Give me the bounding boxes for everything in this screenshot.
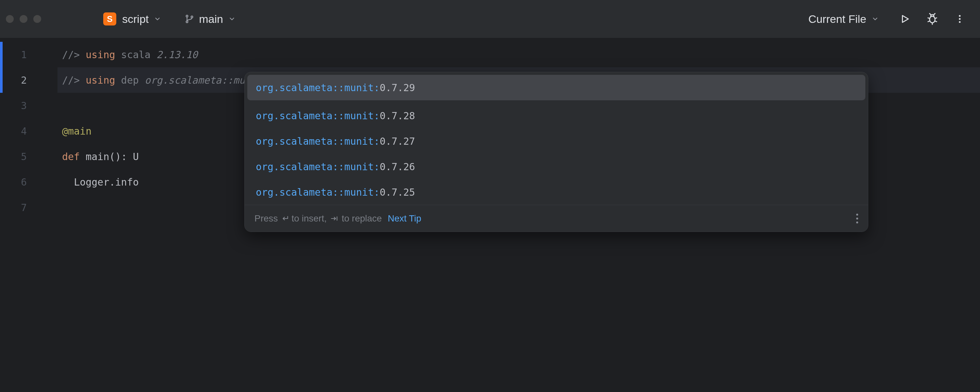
text: : bbox=[121, 151, 133, 163]
svg-point-4 bbox=[959, 15, 960, 17]
more-actions-button[interactable] bbox=[949, 8, 970, 29]
svg-point-3 bbox=[930, 16, 935, 23]
line-number[interactable]: 1 bbox=[0, 42, 57, 67]
code-line[interactable]: //> using scala 2.13.10 bbox=[57, 42, 980, 67]
completion-package: org.scalameta::munit: bbox=[256, 82, 380, 93]
window-minimize-button[interactable] bbox=[20, 15, 27, 23]
completion-item[interactable]: org.scalameta::munit:0.7.27 bbox=[245, 128, 868, 154]
code-editor[interactable]: 1 2 3 4 5 6 7 //> using scala 2.13.10 //… bbox=[0, 38, 980, 392]
tab-key-icon bbox=[329, 214, 339, 223]
run-config-selector[interactable]: Current File bbox=[808, 13, 879, 25]
fn-name: main() bbox=[80, 151, 121, 163]
footer-text: to insert, bbox=[292, 213, 327, 224]
completion-item[interactable]: org.scalameta::munit:0.7.26 bbox=[245, 154, 868, 179]
type-name: U bbox=[133, 151, 139, 163]
enter-key-icon bbox=[281, 214, 289, 223]
annotation: @main bbox=[62, 126, 91, 137]
text: scala bbox=[115, 49, 156, 61]
file-selector[interactable]: S script bbox=[103, 13, 161, 25]
debug-button[interactable] bbox=[922, 8, 943, 29]
keyword: using bbox=[86, 75, 115, 86]
completion-item[interactable]: org.scalameta::munit:0.7.29 bbox=[247, 75, 865, 100]
completion-popup: org.scalameta::munit:0.7.29 org.scalamet… bbox=[244, 72, 868, 232]
line-number[interactable]: 2 bbox=[0, 67, 57, 93]
indent bbox=[62, 177, 74, 188]
line-number[interactable]: 5 bbox=[0, 144, 57, 169]
gutter: 1 2 3 4 5 6 7 bbox=[0, 38, 57, 392]
completion-version: 0.7.28 bbox=[380, 110, 415, 121]
chevron-down-icon bbox=[154, 15, 161, 22]
scala-file-icon: S bbox=[103, 13, 116, 25]
window-controls bbox=[6, 15, 41, 23]
scala-version: 2.13.10 bbox=[156, 49, 197, 61]
line-number[interactable]: 3 bbox=[0, 93, 57, 118]
completion-version: 0.7.29 bbox=[380, 82, 415, 93]
chevron-down-icon bbox=[228, 15, 235, 22]
line-number[interactable]: 7 bbox=[0, 195, 57, 220]
completion-version: 0.7.25 bbox=[380, 186, 415, 198]
completion-footer: Press to insert, to replace Next Tip bbox=[245, 205, 868, 232]
toolbar: S script main Current File bbox=[0, 0, 980, 38]
completion-item[interactable]: org.scalameta::munit:0.7.25 bbox=[245, 179, 868, 205]
branch-selector[interactable]: main bbox=[185, 13, 235, 25]
file-name-label: script bbox=[122, 13, 149, 25]
completion-package: org.scalameta::munit: bbox=[256, 161, 380, 172]
directive-prefix: //> bbox=[62, 75, 86, 86]
completion-version: 0.7.27 bbox=[380, 135, 415, 147]
completion-item[interactable]: org.scalameta::munit:0.7.28 bbox=[245, 103, 868, 128]
footer-text: Press bbox=[255, 213, 278, 224]
completion-more-button[interactable] bbox=[856, 214, 858, 223]
next-tip-link[interactable]: Next Tip bbox=[388, 213, 422, 224]
window-zoom-button[interactable] bbox=[33, 15, 41, 23]
window-close-button[interactable] bbox=[6, 15, 14, 23]
method-call: Logger.info bbox=[74, 177, 139, 188]
svg-point-6 bbox=[959, 21, 960, 23]
branch-name-label: main bbox=[199, 13, 223, 25]
svg-point-5 bbox=[959, 18, 960, 20]
run-button[interactable] bbox=[894, 8, 915, 29]
line-number[interactable]: 6 bbox=[0, 169, 57, 195]
chevron-down-icon bbox=[872, 15, 879, 22]
keyword: def bbox=[62, 151, 80, 163]
completion-package: org.scalameta::munit: bbox=[256, 186, 380, 198]
completion-package: org.scalameta::munit: bbox=[256, 110, 380, 121]
code-area[interactable]: //> using scala 2.13.10 //> using dep or… bbox=[57, 38, 980, 392]
line-number[interactable]: 4 bbox=[0, 118, 57, 144]
git-branch-icon bbox=[185, 14, 194, 24]
run-config-label: Current File bbox=[808, 13, 866, 25]
keyword: using bbox=[86, 49, 115, 61]
footer-text: to replace bbox=[342, 213, 382, 224]
directive-prefix: //> bbox=[62, 49, 86, 61]
completion-package: org.scalameta::munit: bbox=[256, 135, 380, 147]
text: dep bbox=[115, 75, 145, 86]
completion-version: 0.7.26 bbox=[380, 161, 415, 172]
